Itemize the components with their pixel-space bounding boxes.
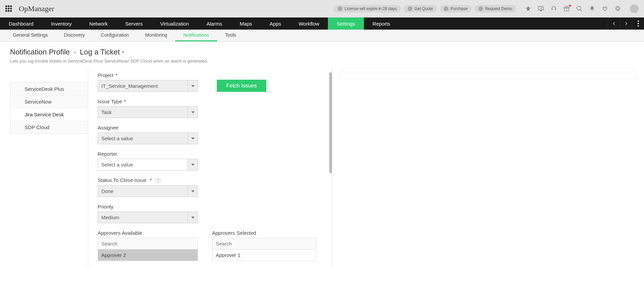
list-item[interactable]: Approver 2 (98, 250, 198, 261)
nav-inventory[interactable]: Inventory (42, 17, 80, 30)
page-header: Notification Profile › Log a Ticket ▾ Le… (0, 42, 644, 67)
status-close-label: Status To Close Issue * ? (98, 177, 321, 183)
nav-alarms[interactable]: Alarms (198, 17, 231, 30)
apps-grid-icon[interactable] (5, 5, 12, 12)
project-value: IT_Service_Management (98, 80, 188, 91)
approvers-sel-search[interactable] (212, 238, 316, 250)
nav-settings[interactable]: Settings (328, 17, 364, 30)
issue-type-value: Task (98, 107, 188, 118)
reporter-select[interactable]: Select a value (98, 159, 198, 171)
subnav-tools[interactable]: Tools (217, 30, 244, 41)
topbar: OpManager License will expire in 28 days… (0, 0, 644, 17)
breadcrumb-parent[interactable]: Notification Profile (10, 48, 70, 56)
search-icon[interactable] (576, 5, 583, 12)
priority-label: Priority (98, 204, 321, 210)
rocket-icon[interactable] (525, 5, 532, 12)
user-avatar[interactable] (630, 4, 639, 13)
purchase-text: Purchase (450, 6, 468, 11)
chevron-right-icon: › (74, 49, 76, 56)
chevron-down-icon[interactable] (188, 80, 198, 91)
approvers-avail-search[interactable] (98, 238, 198, 250)
license-pill[interactable]: License will expire in 28 days (334, 5, 401, 12)
subnav-monitoring[interactable]: Monitoring (137, 30, 175, 41)
nav-dashboard[interactable]: Dashboard (0, 17, 42, 30)
breadcrumb: Notification Profile › Log a Ticket ▾ (10, 48, 634, 56)
approvers-sel-label: Approvers Selected (212, 230, 316, 236)
assignee-label: Assignee (98, 125, 321, 130)
quote-text: Get Quote (414, 6, 433, 11)
demo-pill[interactable]: Request Demo (474, 5, 516, 12)
demo-text: Request Demo (485, 6, 512, 11)
bell-icon[interactable] (589, 5, 596, 12)
play-icon (478, 6, 483, 11)
monitor-icon[interactable] (538, 5, 544, 12)
subnav-discovery[interactable]: Discovery (56, 30, 93, 41)
vtab-servicenow[interactable]: ServiceNow (10, 96, 88, 108)
nav-prev-icon[interactable] (608, 17, 620, 30)
nav-virtualization[interactable]: Virtualization (151, 17, 198, 30)
left-sidebar: ServiceDesk PlusServiceNowJira Service D… (10, 68, 88, 268)
project-select[interactable]: IT_Service_Management (98, 80, 198, 92)
help-icon[interactable]: ? (155, 178, 161, 183)
approvers-sel-list: Approver 1 (212, 250, 316, 261)
page-description: Lets you log trouble tickets in ServiceD… (10, 59, 634, 64)
issue-type-select[interactable]: Task (98, 106, 198, 118)
approvers-avail-list: Approver 2 (98, 250, 198, 261)
brand-title: OpManager (19, 4, 54, 13)
nav-apps[interactable]: Apps (261, 17, 290, 30)
vtab-jira-service-desk[interactable]: Jira Service Desk (10, 108, 88, 121)
nav-workflow[interactable]: Workflow (290, 17, 328, 30)
cart-icon (444, 6, 448, 11)
chevron-down-icon[interactable] (188, 133, 198, 144)
right-panel (332, 68, 644, 268)
sub-nav: General SettingsDiscoveryConfigurationMo… (0, 30, 644, 42)
scrollbar[interactable] (329, 72, 332, 173)
assignee-value: Select a value (98, 133, 188, 144)
list-item[interactable]: Approver 1 (212, 250, 316, 261)
license-text: License will expire in 28 days (344, 6, 397, 11)
gear-icon[interactable] (614, 5, 621, 12)
nav-maps[interactable]: Maps (231, 17, 261, 30)
nav-reports[interactable]: Reports (364, 17, 399, 30)
status-close-select[interactable]: Done (98, 185, 198, 197)
chevron-down-icon[interactable] (188, 186, 198, 197)
priority-select[interactable]: Medium (98, 212, 198, 223)
purchase-pill[interactable]: Purchase (440, 5, 472, 12)
vtab-sdp-cloud[interactable]: SDP Cloud (10, 121, 88, 134)
approvers-avail-label: Approvers Available (98, 230, 198, 236)
status-close-value: Done (98, 186, 188, 197)
priority-value: Medium (98, 212, 188, 223)
project-label: Project * (98, 72, 198, 78)
issue-type-label: Issue Type * (98, 99, 321, 104)
vtab-servicedesk-plus[interactable]: ServiceDesk Plus (10, 83, 88, 96)
reporter-label: Reporter (98, 151, 321, 157)
headset-icon[interactable] (550, 5, 557, 12)
subnav-configuration[interactable]: Configuration (93, 30, 137, 41)
right-panel-placeholder (339, 72, 637, 80)
quote-pill[interactable]: Get Quote (404, 5, 437, 12)
chevron-down-icon[interactable] (188, 159, 198, 170)
breadcrumb-current: Log a Ticket (80, 48, 120, 56)
fetch-issues-button[interactable]: Fetch Issues (217, 80, 266, 92)
subnav-notifications[interactable]: Notifications (175, 30, 217, 41)
badge-icon (338, 6, 342, 11)
plug-icon[interactable] (602, 5, 608, 12)
chevron-down-icon[interactable] (188, 107, 198, 118)
assignee-select[interactable]: Select a value (98, 132, 198, 144)
svg-point-0 (577, 6, 581, 10)
nav-next-icon[interactable] (620, 17, 632, 30)
breadcrumb-dropdown-icon[interactable]: ▾ (122, 50, 124, 54)
main-nav: DashboardInventoryNetworkServersVirtuali… (0, 17, 644, 30)
form-panel: Project * IT_Service_Management Fetch Is… (88, 68, 331, 268)
dollar-icon (408, 6, 412, 11)
notification-dot (569, 5, 571, 7)
nav-network[interactable]: Network (80, 17, 116, 30)
more-menu-icon[interactable] (632, 17, 644, 30)
gift-icon[interactable] (563, 5, 570, 12)
chevron-down-icon[interactable] (188, 212, 198, 223)
nav-servers[interactable]: Servers (116, 17, 151, 30)
reporter-value: Select a value (98, 159, 188, 170)
subnav-general-settings[interactable]: General Settings (5, 30, 56, 41)
